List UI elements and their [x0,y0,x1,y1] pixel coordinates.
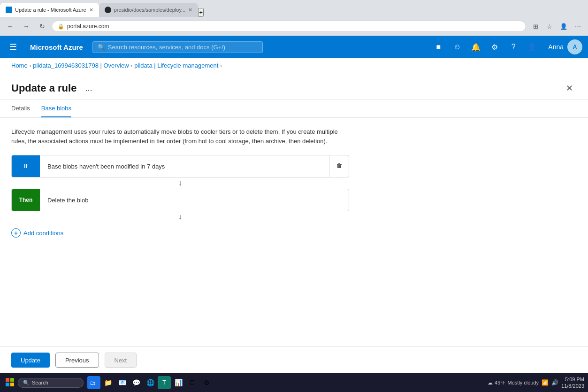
avatar: A [567,39,582,54]
azure-nav: ☰ Microsoft Azure 🔍 ■ ☺ 🔔 ⚙ ? 👤 Anna A [0,36,588,58]
hamburger-menu[interactable]: ☰ [6,39,21,54]
directory-button[interactable]: 👤 [524,38,541,55]
page-title: Update a rule [11,82,76,94]
tab-favicon-1 [6,7,12,13]
tabs-bar: Details Base blobs [0,100,588,118]
if-badge: If [12,155,40,177]
nav-icons: ■ ☺ 🔔 ⚙ ? 👤 [430,38,541,55]
user-section[interactable]: Anna A [548,39,582,54]
refresh-button[interactable]: ↻ [36,20,49,33]
address-text: portal.azure.com [67,23,109,30]
taskbar-app-9[interactable]: ⚙ [200,376,213,389]
if-rule-text: Base blobs haven't been modified in 7 da… [40,155,329,177]
time-display: 5:09 PM [561,376,584,383]
new-tab-button[interactable]: + [198,8,204,17]
azure-search-bar[interactable]: 🔍 [92,41,263,53]
add-conditions-label: Add conditions [23,230,63,237]
plus-circle-icon: + [11,228,21,238]
systray-clock: 5:09 PM 11/8/2023 [561,376,584,390]
page-menu-button[interactable]: ... [82,83,95,94]
address-box[interactable]: 🔒 portal.azure.com [52,21,526,32]
content-area: Lifecycle management uses your rules to … [0,118,588,346]
tab-title-2: presidio/docs/samples/deploy... [114,7,186,13]
systray: ☁ 49°F Mostly cloudy 📶 🔊 5:09 PM 11/8/20… [488,376,584,390]
weather-widget: ☁ 49°F Mostly cloudy [488,380,539,386]
weather-temp: 49°F [495,380,505,385]
delete-icon [336,162,343,170]
profile-button[interactable]: 👤 [557,20,570,33]
taskbar-app-6[interactable]: T [158,376,171,389]
forward-button[interactable]: → [20,20,33,33]
cloud-shell-button[interactable]: ■ [430,38,447,55]
breadcrumb-home[interactable]: Home [11,62,28,69]
tab-details[interactable]: Details [11,100,30,117]
taskbar-app-4[interactable]: 💬 [130,376,143,389]
search-input[interactable] [108,44,258,51]
search-icon: 🔍 [98,44,105,51]
svg-rect-1 [10,378,14,382]
if-delete-button[interactable] [329,155,349,177]
favorites-button[interactable]: ☆ [543,20,556,33]
browser-actions: ⊞ ☆ 👤 ⋯ [529,20,584,33]
close-button[interactable]: ✕ [562,81,577,96]
breadcrumb-lifecycle[interactable]: piidata | Lifecycle management [134,62,218,69]
back-button[interactable]: ← [4,20,17,33]
extensions-button[interactable]: ⊞ [529,20,542,33]
breadcrumb-sep-2: › [131,63,133,69]
start-button[interactable] [4,376,16,390]
previous-button[interactable]: Previous [55,353,99,368]
svg-rect-2 [6,383,9,386]
taskbar-app-2[interactable]: 📁 [101,376,115,389]
taskbar-app-1[interactable]: 🗂 [87,376,100,389]
wifi-icon: 📶 [542,379,549,386]
tab-base-blobs[interactable]: Base blobs [41,100,71,117]
date-display: 11/8/2023 [561,383,584,389]
notifications-button[interactable]: 🔔 [467,38,484,55]
add-conditions-button[interactable]: + Add conditions [11,224,349,241]
tab-close-2[interactable]: ✕ [188,7,192,13]
svg-rect-0 [6,378,9,382]
then-rule-row: Then Delete the blob [11,189,349,211]
browser-tab-active[interactable]: Update a rule - Microsoft Azure ✕ [0,3,99,17]
taskbar-app-5[interactable]: 🌐 [144,376,157,389]
taskbar-apps: 🗂 📁 📧 💬 🌐 T 📊 🗒 ⚙ [87,376,486,389]
taskbar-app-8[interactable]: 🗒 [186,376,199,389]
arrow-down-2: ↓ [11,211,349,223]
volume-icon: 🔊 [551,379,558,386]
page-header: Update a rule ... ✕ [0,73,588,100]
help-button[interactable]: ? [505,38,522,55]
weather-icon: ☁ [488,380,493,386]
breadcrumb-sep-1: › [30,63,31,69]
browser-tab-inactive[interactable]: presidio/docs/samples/deploy... ✕ [99,3,199,17]
breadcrumb-storage[interactable]: piidata_1699463031798 | Overview [33,62,129,69]
tab-favicon-2 [105,7,111,13]
feedback-button[interactable]: ☺ [449,38,466,55]
then-rule-text: Delete the blob [40,189,349,211]
tab-close-1[interactable]: ✕ [89,7,93,13]
arrow-down-1: ↓ [11,177,349,189]
then-badge: Then [12,189,40,211]
azure-logo: Microsoft Azure [24,43,89,51]
browser-chrome: Update a rule - Microsoft Azure ✕ presid… [0,0,588,36]
taskbar-app-7[interactable]: 📊 [172,376,185,389]
next-button: Next [105,353,137,368]
main-content: Update a rule ... ✕ Details Base blobs L… [0,73,588,373]
weather-desc: Mostly cloudy [507,380,539,385]
taskbar-search[interactable]: 🔍 Search [18,378,84,388]
if-rule-row: If Base blobs haven't been modified in 7… [11,155,349,177]
description-text: Lifecycle management uses your rules to … [11,127,340,146]
browser-menu-button[interactable]: ⋯ [571,20,584,33]
address-bar: ← → ↻ 🔒 portal.azure.com ⊞ ☆ 👤 ⋯ [0,17,588,36]
taskbar-search-icon: 🔍 [23,380,30,386]
update-button[interactable]: Update [11,353,50,368]
tab-title-1: Update a rule - Microsoft Azure [15,7,86,13]
footer: Update Previous Next [0,346,588,373]
settings-button[interactable]: ⚙ [486,38,503,55]
taskbar-search-label: Search [32,380,48,385]
lock-icon: 🔒 [58,23,64,30]
svg-rect-3 [10,383,14,386]
tab-bar: Update a rule - Microsoft Azure ✕ presid… [0,0,588,17]
taskbar-app-3[interactable]: 📧 [115,376,129,389]
svg-text:🗂: 🗂 [90,380,96,386]
breadcrumb: Home › piidata_1699463031798 | Overview … [0,58,588,73]
